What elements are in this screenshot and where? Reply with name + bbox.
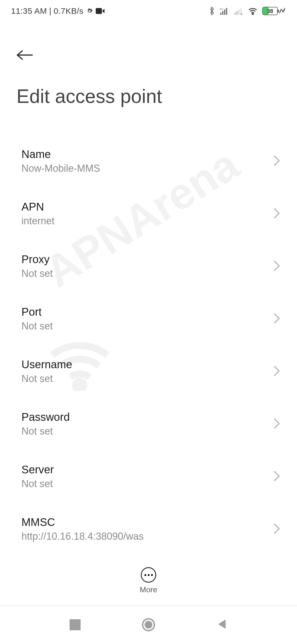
network-label: 4G	[219, 7, 223, 10]
battery-indicator: 38 🗲	[262, 7, 286, 15]
setting-label: APN	[21, 201, 54, 213]
setting-label: Username	[21, 358, 72, 371]
svg-rect-5	[235, 13, 236, 15]
status-separator: |	[49, 6, 51, 16]
nav-back-button[interactable]	[214, 616, 230, 633]
signal-primary-icon: 4G	[219, 7, 229, 15]
setting-value: http://10.16.18.4:38090/was	[21, 531, 144, 542]
chevron-right-icon	[273, 207, 280, 220]
svg-point-10	[252, 13, 253, 15]
svg-rect-2	[222, 11, 223, 15]
setting-value: Not set	[21, 373, 72, 384]
status-time: 11:35 AM	[11, 6, 47, 16]
chevron-right-icon	[273, 470, 280, 483]
setting-label: Server	[21, 463, 54, 476]
page-title: Edit access point	[0, 69, 297, 118]
status-left: 11:35 AM | 0.7KB/s	[11, 6, 105, 16]
svg-rect-6	[237, 11, 238, 15]
more-bar: More	[0, 556, 297, 605]
chevron-right-icon	[273, 365, 280, 378]
chevron-right-icon	[273, 260, 280, 273]
setting-value: Now-Mobile-MMS	[21, 163, 100, 174]
setting-label: Proxy	[21, 253, 53, 266]
setting-item-name[interactable]: Name Now-Mobile-MMS	[0, 135, 297, 187]
battery-percent: 38	[263, 8, 277, 14]
svg-rect-0	[96, 8, 102, 14]
app-bar	[0, 22, 297, 69]
svg-rect-3	[224, 9, 225, 15]
setting-item-proxy[interactable]: Proxy Not set	[0, 240, 297, 293]
setting-item-server[interactable]: Server Not set	[0, 450, 297, 503]
svg-rect-7	[238, 9, 240, 15]
nav-recent-button[interactable]	[67, 616, 83, 633]
setting-item-mmsc[interactable]: MMSC http://10.16.18.4:38090/was	[0, 503, 297, 555]
setting-label: Password	[21, 411, 70, 423]
wifi-icon	[248, 7, 257, 15]
charging-icon: 🗲	[279, 7, 286, 15]
more-label: More	[140, 585, 157, 594]
setting-value: Not set	[21, 478, 54, 490]
signal-primary-group: 4G	[219, 7, 229, 15]
status-speed: 0.7KB/s	[54, 6, 84, 16]
setting-label: Name	[21, 148, 100, 160]
more-button[interactable]	[141, 567, 156, 583]
back-button[interactable]	[16, 47, 38, 63]
status-bar: 11:35 AM | 0.7KB/s 4G ✕ 38 �	[0, 0, 297, 22]
signal-secondary-icon: ✕	[234, 7, 243, 15]
svg-text:✕: ✕	[240, 13, 243, 15]
settings-list: Name Now-Mobile-MMS APN internet Proxy N…	[0, 118, 297, 561]
nav-bar	[0, 605, 297, 644]
chevron-right-icon	[273, 417, 280, 431]
setting-item-username[interactable]: Username Not set	[0, 345, 297, 398]
chevron-right-icon	[273, 312, 280, 326]
setting-item-password[interactable]: Password Not set	[0, 398, 297, 450]
bluetooth-icon	[208, 7, 215, 15]
setting-item-apn[interactable]: APN internet	[0, 187, 297, 240]
setting-item-port[interactable]: Port Not set	[0, 293, 297, 345]
setting-label: Port	[21, 306, 53, 318]
svg-rect-4	[226, 8, 227, 15]
setting-value: Not set	[21, 268, 53, 279]
setting-value: Not set	[21, 425, 70, 437]
svg-rect-1	[220, 13, 221, 15]
setting-value: internet	[21, 215, 54, 227]
gear-icon	[86, 7, 94, 15]
setting-value: Not set	[21, 320, 53, 332]
status-right: 4G ✕ 38 🗲	[208, 7, 286, 15]
camera-icon	[96, 8, 105, 14]
nav-home-button[interactable]	[140, 616, 157, 633]
chevron-right-icon	[273, 523, 280, 536]
setting-label: MMSC	[21, 516, 144, 528]
chevron-right-icon	[273, 155, 280, 168]
